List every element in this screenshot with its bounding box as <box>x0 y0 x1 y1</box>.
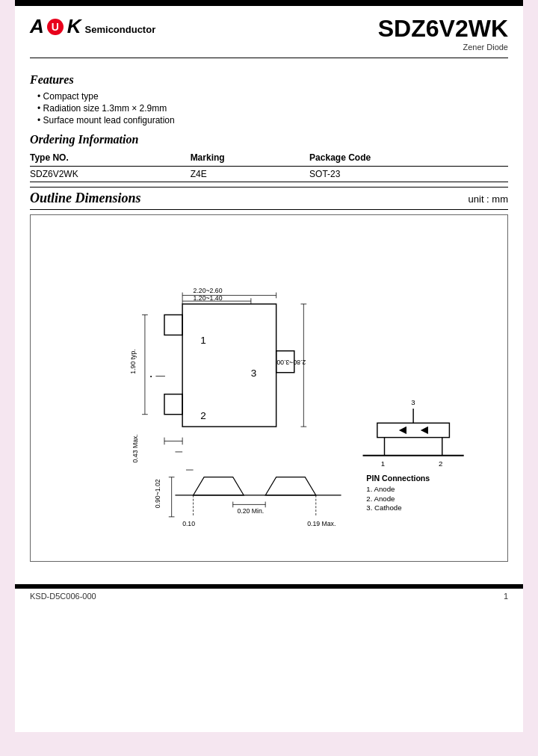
svg-text:2.80~3.00: 2.80~3.00 <box>276 359 306 366</box>
svg-text:2: 2 <box>200 410 206 421</box>
content: Features Compact type Radiation size 1.3… <box>15 58 523 569</box>
svg-text:0.10: 0.10 <box>182 520 195 527</box>
svg-text:0.20 Min.: 0.20 Min. <box>238 507 265 515</box>
svg-text:3: 3 <box>411 398 415 406</box>
logo-a: A <box>30 15 43 38</box>
svg-text:1.90 typ.: 1.90 typ. <box>129 349 137 374</box>
top-bar <box>15 0 523 6</box>
feature-item-1: Compact type <box>37 91 508 102</box>
svg-text:1.20~1.40: 1.20~1.40 <box>194 294 223 302</box>
svg-rect-0 <box>182 304 276 427</box>
svg-text:0.19 Max.: 0.19 Max. <box>307 520 336 527</box>
svg-text:2.20~2.60: 2.20~2.60 <box>194 287 223 294</box>
logo-circle: U <box>47 19 64 35</box>
svg-text:•: • <box>150 373 152 379</box>
page: A U K Semiconductor SDZ6V2WK Zener Diode… <box>15 0 523 732</box>
svg-text:1: 1 <box>381 459 385 468</box>
svg-text:0.43 Max.: 0.43 Max. <box>132 434 139 462</box>
diagram-box: 1 2 3 2.20~2.60 1.20~1.40 2.80~3.00 <box>30 214 508 562</box>
svg-text:0.90~1.02: 0.90~1.02 <box>154 479 161 508</box>
part-type: Zener Diode <box>378 43 508 52</box>
outline-diagram: 1 2 3 2.20~2.60 1.20~1.40 2.80~3.00 <box>38 223 500 551</box>
svg-text:3. Cathode: 3. Cathode <box>366 504 401 512</box>
ordering-table: Type NO. Marking Package Code SDZ6V2WK Z… <box>30 151 508 182</box>
header: A U K Semiconductor SDZ6V2WK Zener Diode <box>15 6 523 58</box>
svg-text:2: 2 <box>439 459 442 468</box>
feature-item-2: Radiation size 1.3mm × 2.9mm <box>37 103 508 114</box>
svg-text:PIN Connections: PIN Connections <box>366 474 430 483</box>
col-header-type: Type NO. <box>30 151 191 167</box>
features-list: Compact type Radiation size 1.3mm × 2.9m… <box>37 91 508 126</box>
features-title: Features <box>30 73 508 87</box>
part-number: SDZ6V2WK <box>378 15 508 43</box>
logo-k: K <box>67 15 81 38</box>
footer: KSD-D5C006-000 1 <box>15 589 523 604</box>
svg-text:1: 1 <box>200 335 206 346</box>
svg-rect-2 <box>164 394 182 415</box>
table-row: SDZ6V2WK Z4E SOT-23 <box>30 167 508 182</box>
svg-text:2. Anode: 2. Anode <box>366 495 395 503</box>
col-header-marking: Marking <box>191 151 309 167</box>
outline-title: Outline Dimensions <box>30 190 141 206</box>
unit-text: unit : mm <box>469 193 508 205</box>
svg-marker-52 <box>421 427 428 434</box>
outline-header: Outline Dimensions unit : mm <box>30 187 508 210</box>
svg-rect-1 <box>164 315 182 335</box>
page-number: 1 <box>504 592 508 601</box>
cell-marking: Z4E <box>191 167 309 182</box>
ordering-title: Ordering Information <box>30 133 508 146</box>
svg-rect-49 <box>377 423 450 437</box>
feature-item-3: Surface mount lead configuration <box>37 115 508 126</box>
semiconductor-label: Semiconductor <box>85 24 156 35</box>
doc-number: KSD-D5C006-000 <box>30 592 96 601</box>
svg-text:3: 3 <box>251 368 257 379</box>
svg-marker-51 <box>399 427 406 434</box>
svg-marker-31 <box>265 477 316 495</box>
col-header-package: Package Code <box>309 151 508 167</box>
part-info: SDZ6V2WK Zener Diode <box>378 15 508 52</box>
svg-text:1. Anode: 1. Anode <box>366 485 395 493</box>
logo-area: A U K Semiconductor <box>30 15 155 38</box>
cell-type: SDZ6V2WK <box>30 167 191 182</box>
svg-marker-30 <box>194 477 244 495</box>
ordering-divider <box>30 182 508 182</box>
cell-package: SOT-23 <box>309 167 508 182</box>
